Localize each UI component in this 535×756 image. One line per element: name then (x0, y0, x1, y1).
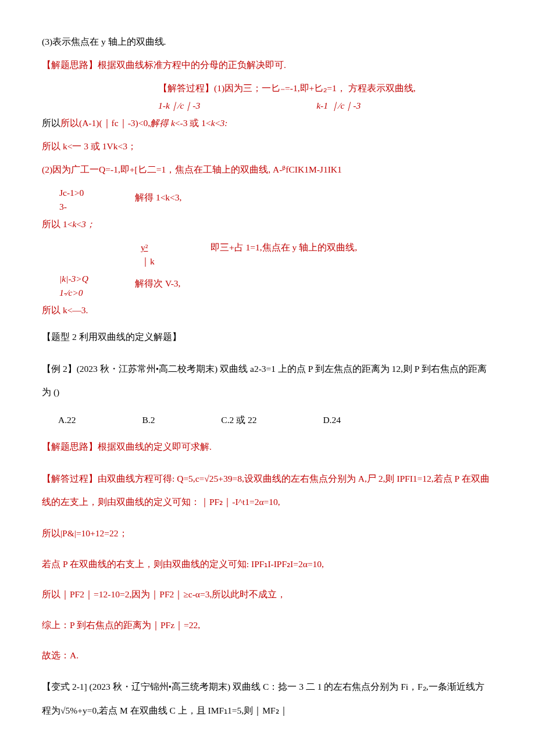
frac-desc: 即三+占 1=1,焦点在 y 轴上的双曲线, (211, 241, 357, 268)
step-p4: 所以所以(A-1)(｜fc｜-3)<0,解得 k<-3 或 1<k<3:所以(A… (42, 116, 493, 130)
cond-left-2: |k|-3>Q 1-⁄c>0 (42, 272, 135, 300)
step-p18: 综上：P 到右焦点的距离为｜PFz｜=22, (42, 615, 493, 636)
solution-process-2: 【解答过程】由双曲线方程可得: Q=5,c=√25+39=8,设双曲线的左右焦点… (42, 467, 493, 514)
step-p17: 所以｜PF2｜=12-10=2,因为｜PF2｜≥c-α=3,所以此时不成立， (42, 584, 493, 605)
cond-left-1: Jc-1>0 3- (42, 186, 135, 214)
section-2-heading: 【题型 2 利用双曲线的定义解题】 (42, 327, 493, 347)
solution-idea-2: 【解题思路】根据双曲线的定义即可求解. (42, 436, 493, 457)
variant-2-1: 【变式 2-1] (2023 秋・辽宁锦州•高三统考期末) 双曲线 C：捻一 3… (42, 675, 493, 722)
options-row: A.22 B.2 C.2 或 22 D.24 (42, 413, 493, 427)
option-d: D.24 (323, 413, 341, 427)
denom-right: k-1 ｜⁄c｜-3 (316, 101, 361, 110)
step-p8: 所以 1<k<3； (42, 217, 493, 231)
solution-idea-1: 【解题思路】根据双曲线标准方程中的分母的正负解决即可. (42, 58, 493, 72)
step-p15: 所以|P&|=10+12=22； (42, 523, 493, 544)
frac-bottom: ｜k (141, 255, 211, 268)
denom-left: 1-k｜⁄c｜-3 (158, 101, 200, 110)
step-p16: 若点 P 在双曲线的右支上，则由双曲线的定义可知: IPF₁I-IPF₂I=2α… (42, 554, 493, 575)
solution-process-1b: 方程表示双曲线, (348, 83, 416, 93)
frac-top: y² (141, 241, 211, 255)
cond-right-2: 解得次 V-3, (135, 272, 180, 300)
option-c: C.2 或 22 (221, 413, 256, 427)
step-p19: 故选：A. (42, 645, 493, 666)
paragraph-3: (3)表示焦点在 y 轴上的双曲线. (42, 35, 493, 49)
option-b: B.2 (142, 413, 155, 427)
step-p11: 所以 k<—3. (42, 303, 493, 317)
option-a: A.22 (58, 413, 76, 427)
example-2: 【例 2】(2023 秋・江苏常州•高二校考期末) 双曲线 a2-3=1 上的点… (42, 357, 493, 404)
step-p6: (2)因为广工一Q=-1,即+[匕二=1，焦点在工轴上的双曲线, A-ᵝfCIK… (42, 163, 493, 177)
step-p5: 所以 k<一 3 或 1Vk<3； (42, 139, 493, 153)
solution-process-1a: 【解答过程】(1)因为三；一匕₋=-1,即+匕₂=1， (158, 83, 346, 93)
cond-right-1: 解得 1<k<3, (135, 186, 181, 214)
